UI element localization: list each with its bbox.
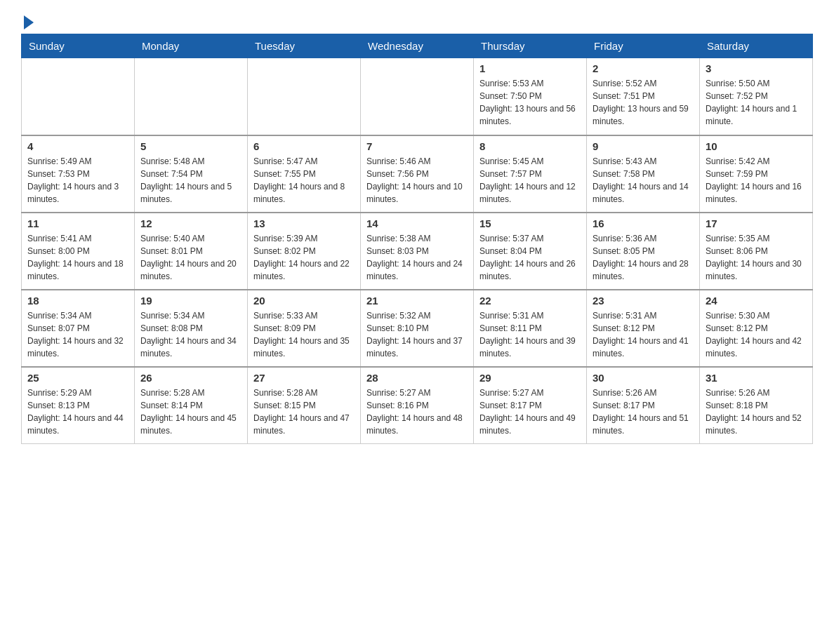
day-number: 25 <box>27 372 128 384</box>
calendar-cell: 2Sunrise: 5:52 AM Sunset: 7:51 PM Daylig… <box>587 58 700 135</box>
calendar-cell <box>248 58 361 135</box>
day-info: Sunrise: 5:34 AM Sunset: 8:08 PM Dayligh… <box>140 309 241 360</box>
calendar-cell: 27Sunrise: 5:28 AM Sunset: 8:15 PM Dayli… <box>248 367 361 444</box>
calendar-cell: 18Sunrise: 5:34 AM Sunset: 8:07 PM Dayli… <box>22 290 135 367</box>
day-number: 19 <box>140 295 241 307</box>
day-info: Sunrise: 5:39 AM Sunset: 8:02 PM Dayligh… <box>253 232 355 283</box>
calendar-header-tuesday: Tuesday <box>248 34 361 58</box>
day-number: 23 <box>593 295 694 307</box>
day-number: 2 <box>593 62 694 74</box>
day-number: 20 <box>253 295 355 307</box>
day-info: Sunrise: 5:53 AM Sunset: 7:50 PM Dayligh… <box>479 77 581 128</box>
day-info: Sunrise: 5:47 AM Sunset: 7:55 PM Dayligh… <box>253 155 355 206</box>
day-info: Sunrise: 5:30 AM Sunset: 8:12 PM Dayligh… <box>706 309 807 360</box>
calendar-cell: 30Sunrise: 5:26 AM Sunset: 8:17 PM Dayli… <box>587 367 700 444</box>
calendar-cell: 23Sunrise: 5:31 AM Sunset: 8:12 PM Dayli… <box>587 290 700 367</box>
calendar-header-sunday: Sunday <box>22 34 135 58</box>
day-number: 12 <box>140 217 241 229</box>
day-number: 26 <box>140 372 241 384</box>
day-number: 4 <box>27 140 128 152</box>
day-number: 27 <box>253 372 355 384</box>
calendar-cell: 5Sunrise: 5:48 AM Sunset: 7:54 PM Daylig… <box>135 135 248 213</box>
day-info: Sunrise: 5:43 AM Sunset: 7:58 PM Dayligh… <box>593 155 694 206</box>
day-info: Sunrise: 5:33 AM Sunset: 8:09 PM Dayligh… <box>253 309 355 360</box>
calendar-header-row: SundayMondayTuesdayWednesdayThursdayFrid… <box>22 34 813 58</box>
day-info: Sunrise: 5:34 AM Sunset: 8:07 PM Dayligh… <box>27 309 128 360</box>
day-info: Sunrise: 5:27 AM Sunset: 8:16 PM Dayligh… <box>366 387 468 437</box>
day-info: Sunrise: 5:28 AM Sunset: 8:14 PM Dayligh… <box>140 387 241 437</box>
calendar-cell <box>22 58 135 135</box>
calendar-cell: 15Sunrise: 5:37 AM Sunset: 8:04 PM Dayli… <box>474 213 587 290</box>
calendar-cell: 12Sunrise: 5:40 AM Sunset: 8:01 PM Dayli… <box>135 213 248 290</box>
calendar-cell: 10Sunrise: 5:42 AM Sunset: 7:59 PM Dayli… <box>700 135 813 213</box>
day-info: Sunrise: 5:26 AM Sunset: 8:17 PM Dayligh… <box>593 387 694 437</box>
day-info: Sunrise: 5:27 AM Sunset: 8:17 PM Dayligh… <box>479 387 581 437</box>
day-info: Sunrise: 5:37 AM Sunset: 8:04 PM Dayligh… <box>479 232 581 283</box>
calendar-cell: 7Sunrise: 5:46 AM Sunset: 7:56 PM Daylig… <box>361 135 474 213</box>
day-number: 13 <box>253 217 355 229</box>
day-number: 7 <box>366 140 468 152</box>
day-info: Sunrise: 5:28 AM Sunset: 8:15 PM Dayligh… <box>253 387 355 437</box>
calendar-week-row-1: 1Sunrise: 5:53 AM Sunset: 7:50 PM Daylig… <box>22 58 813 135</box>
day-number: 29 <box>479 372 581 384</box>
calendar-header-friday: Friday <box>587 34 700 58</box>
day-info: Sunrise: 5:48 AM Sunset: 7:54 PM Dayligh… <box>140 155 241 206</box>
day-number: 30 <box>593 372 694 384</box>
day-info: Sunrise: 5:38 AM Sunset: 8:03 PM Dayligh… <box>366 232 468 283</box>
day-number: 17 <box>706 217 807 229</box>
calendar-week-row-2: 4Sunrise: 5:49 AM Sunset: 7:53 PM Daylig… <box>22 135 813 213</box>
calendar-week-row-3: 11Sunrise: 5:41 AM Sunset: 8:00 PM Dayli… <box>22 213 813 290</box>
logo <box>21 14 34 27</box>
day-number: 28 <box>366 372 468 384</box>
calendar-week-row-4: 18Sunrise: 5:34 AM Sunset: 8:07 PM Dayli… <box>22 290 813 367</box>
logo-arrow-icon <box>24 15 34 29</box>
day-info: Sunrise: 5:26 AM Sunset: 8:18 PM Dayligh… <box>706 387 807 437</box>
calendar-cell: 3Sunrise: 5:50 AM Sunset: 7:52 PM Daylig… <box>700 58 813 135</box>
page-header <box>21 14 813 27</box>
day-info: Sunrise: 5:46 AM Sunset: 7:56 PM Dayligh… <box>366 155 468 206</box>
calendar-cell: 24Sunrise: 5:30 AM Sunset: 8:12 PM Dayli… <box>700 290 813 367</box>
day-number: 14 <box>366 217 468 229</box>
day-info: Sunrise: 5:52 AM Sunset: 7:51 PM Dayligh… <box>593 77 694 128</box>
day-number: 3 <box>706 62 807 74</box>
calendar-cell: 19Sunrise: 5:34 AM Sunset: 8:08 PM Dayli… <box>135 290 248 367</box>
calendar-cell: 1Sunrise: 5:53 AM Sunset: 7:50 PM Daylig… <box>474 58 587 135</box>
day-info: Sunrise: 5:36 AM Sunset: 8:05 PM Dayligh… <box>593 232 694 283</box>
calendar-cell: 28Sunrise: 5:27 AM Sunset: 8:16 PM Dayli… <box>361 367 474 444</box>
day-number: 6 <box>253 140 355 152</box>
day-number: 11 <box>27 217 128 229</box>
calendar-week-row-5: 25Sunrise: 5:29 AM Sunset: 8:13 PM Dayli… <box>22 367 813 444</box>
day-info: Sunrise: 5:35 AM Sunset: 8:06 PM Dayligh… <box>706 232 807 283</box>
calendar-cell: 13Sunrise: 5:39 AM Sunset: 8:02 PM Dayli… <box>248 213 361 290</box>
calendar-header-saturday: Saturday <box>700 34 813 58</box>
day-number: 24 <box>706 295 807 307</box>
day-info: Sunrise: 5:49 AM Sunset: 7:53 PM Dayligh… <box>27 155 128 206</box>
calendar-cell: 25Sunrise: 5:29 AM Sunset: 8:13 PM Dayli… <box>22 367 135 444</box>
calendar-cell: 31Sunrise: 5:26 AM Sunset: 8:18 PM Dayli… <box>700 367 813 444</box>
day-info: Sunrise: 5:31 AM Sunset: 8:12 PM Dayligh… <box>593 309 694 360</box>
day-info: Sunrise: 5:42 AM Sunset: 7:59 PM Dayligh… <box>706 155 807 206</box>
calendar-cell: 4Sunrise: 5:49 AM Sunset: 7:53 PM Daylig… <box>22 135 135 213</box>
day-number: 8 <box>479 140 581 152</box>
calendar-cell: 20Sunrise: 5:33 AM Sunset: 8:09 PM Dayli… <box>248 290 361 367</box>
calendar-cell: 22Sunrise: 5:31 AM Sunset: 8:11 PM Dayli… <box>474 290 587 367</box>
calendar-header-thursday: Thursday <box>474 34 587 58</box>
day-number: 22 <box>479 295 581 307</box>
calendar-cell: 29Sunrise: 5:27 AM Sunset: 8:17 PM Dayli… <box>474 367 587 444</box>
day-number: 21 <box>366 295 468 307</box>
day-number: 10 <box>706 140 807 152</box>
day-number: 5 <box>140 140 241 152</box>
calendar-cell: 11Sunrise: 5:41 AM Sunset: 8:00 PM Dayli… <box>22 213 135 290</box>
day-number: 1 <box>479 62 581 74</box>
calendar-cell <box>361 58 474 135</box>
calendar-cell: 16Sunrise: 5:36 AM Sunset: 8:05 PM Dayli… <box>587 213 700 290</box>
calendar-cell: 14Sunrise: 5:38 AM Sunset: 8:03 PM Dayli… <box>361 213 474 290</box>
day-number: 18 <box>27 295 128 307</box>
day-info: Sunrise: 5:41 AM Sunset: 8:00 PM Dayligh… <box>27 232 128 283</box>
calendar-cell: 26Sunrise: 5:28 AM Sunset: 8:14 PM Dayli… <box>135 367 248 444</box>
day-info: Sunrise: 5:29 AM Sunset: 8:13 PM Dayligh… <box>27 387 128 437</box>
calendar-header-monday: Monday <box>135 34 248 58</box>
calendar-cell: 9Sunrise: 5:43 AM Sunset: 7:58 PM Daylig… <box>587 135 700 213</box>
day-info: Sunrise: 5:32 AM Sunset: 8:10 PM Dayligh… <box>366 309 468 360</box>
day-info: Sunrise: 5:40 AM Sunset: 8:01 PM Dayligh… <box>140 232 241 283</box>
